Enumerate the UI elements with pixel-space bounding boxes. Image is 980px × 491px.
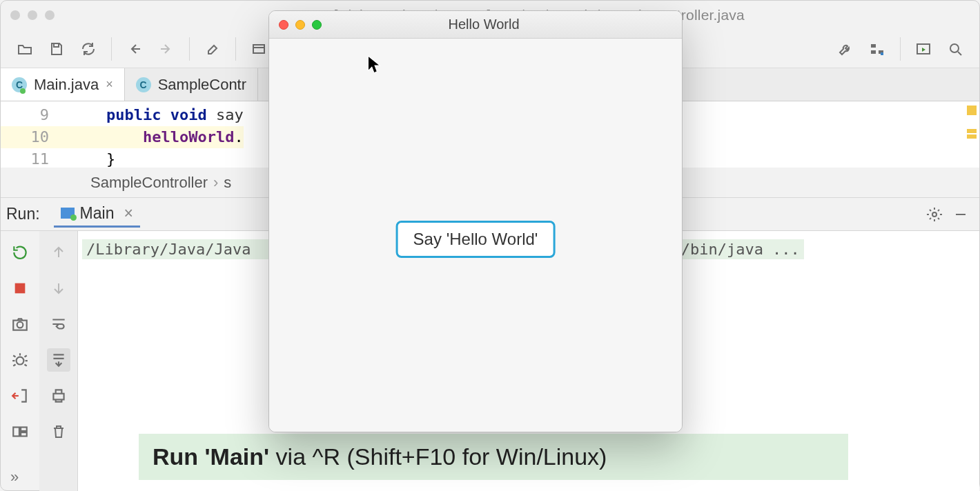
stop-icon[interactable]: [8, 277, 32, 300]
soft-wrap-icon[interactable]: [47, 312, 70, 336]
warning-marker[interactable]: [967, 129, 977, 133]
tab-label: SampleContr: [158, 76, 246, 94]
camera-icon[interactable]: [8, 312, 32, 336]
say-hello-world-button[interactable]: Say 'Hello World': [396, 221, 556, 258]
javafx-app-window[interactable]: Hello World Say 'Hello World': [268, 10, 683, 432]
tab-label: Main.java: [34, 76, 99, 94]
ide-window: JavaFX [~/IdeaProjects/JavaFX] – .../src…: [0, 0, 980, 491]
warning-marker[interactable]: [967, 106, 977, 115]
run-actions-left: [1, 231, 39, 491]
tab-sample-controller[interactable]: SampleContr: [125, 68, 258, 101]
code-area[interactable]: public void say helloWorld. }: [70, 101, 244, 168]
svg-rect-5: [15, 283, 26, 294]
ide-minimize-dot[interactable]: [28, 10, 37, 20]
svg-rect-1: [881, 52, 883, 55]
window-zoom-icon[interactable]: [312, 20, 322, 30]
project-structure-icon[interactable]: [864, 36, 890, 62]
svg-rect-0: [253, 45, 264, 53]
svg-point-7: [17, 322, 23, 328]
window-minimize-icon[interactable]: [295, 20, 305, 30]
svg-point-4: [932, 212, 937, 217]
svg-rect-10: [21, 428, 27, 431]
trash-icon[interactable]: [47, 420, 70, 443]
java-class-icon: [136, 77, 151, 92]
search-icon[interactable]: [942, 36, 968, 62]
more-icon[interactable]: »: [10, 468, 19, 486]
up-icon[interactable]: [47, 241, 70, 264]
back-icon[interactable]: [121, 36, 148, 62]
crumb[interactable]: s: [224, 174, 231, 192]
hint-banner: Run 'Main' via ^R (Shift+F10 for Win/Lin…: [139, 434, 848, 480]
minimize-icon[interactable]: [948, 201, 974, 228]
ide-traffic-lights: [10, 10, 55, 20]
run-config-name: Main: [80, 204, 115, 223]
javafx-traffic-lights: [269, 20, 322, 30]
open-icon[interactable]: [12, 36, 38, 62]
down-icon[interactable]: [47, 277, 70, 300]
tab-main-java[interactable]: Main.java ×: [1, 68, 125, 101]
chevron-right-icon: ›: [213, 174, 218, 192]
close-icon[interactable]: ×: [124, 204, 133, 223]
ide-close-dot[interactable]: [10, 10, 20, 20]
app-icon: [61, 208, 75, 219]
java-class-icon: [12, 77, 27, 92]
crumb[interactable]: SampleController: [90, 174, 208, 192]
run-config-tab[interactable]: Main ×: [54, 201, 140, 228]
svg-rect-11: [21, 432, 27, 436]
warning-marker[interactable]: [967, 134, 977, 139]
wrench-icon[interactable]: [832, 36, 859, 62]
scroll-to-end-icon[interactable]: [47, 348, 70, 372]
javafx-titlebar[interactable]: Hello World: [269, 11, 682, 39]
svg-rect-9: [13, 428, 19, 437]
window-close-icon[interactable]: [279, 20, 288, 30]
forward-icon[interactable]: [153, 36, 179, 62]
close-icon[interactable]: ×: [106, 77, 113, 92]
marker-stripe[interactable]: [966, 101, 979, 168]
bug-icon[interactable]: [8, 348, 32, 372]
svg-rect-12: [53, 394, 63, 400]
line-gutter: 9 10 11: [1, 101, 70, 168]
run-panel-label: Run:: [6, 205, 40, 223]
javafx-scene: Say 'Hello World': [269, 39, 682, 432]
run-icon[interactable]: [910, 36, 937, 62]
save-icon[interactable]: [43, 36, 70, 62]
print-icon[interactable]: [47, 384, 70, 408]
svg-point-8: [17, 357, 24, 365]
gear-icon[interactable]: [921, 201, 948, 228]
svg-point-3: [950, 44, 959, 52]
ide-zoom-dot[interactable]: [45, 10, 55, 20]
layout-icon[interactable]: [8, 420, 32, 443]
javafx-window-title: Hello World: [322, 17, 682, 32]
rerun-icon[interactable]: [8, 241, 32, 264]
run-actions-right: [39, 231, 78, 491]
build-icon[interactable]: [199, 36, 226, 62]
exit-icon[interactable]: [8, 384, 32, 408]
sync-icon[interactable]: [75, 36, 101, 62]
